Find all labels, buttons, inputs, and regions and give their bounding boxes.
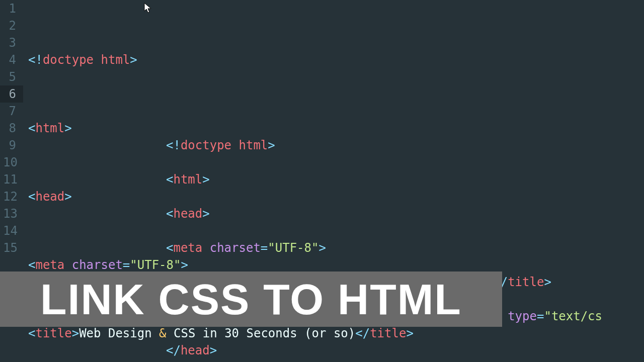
title-banner-text: LINK CSS TO HTML — [40, 291, 462, 308]
code-line-1[interactable]: <!doctype html> — [28, 51, 644, 68]
code-line-2[interactable]: <html> — [28, 120, 644, 137]
code-line-4[interactable]: <meta charset="UTF-8"> — [28, 256, 644, 274]
title-banner: LINK CSS TO HTML — [0, 272, 502, 327]
code-line-5[interactable]: <title>Web Design & CSS in 30 Seconds (o… — [28, 325, 644, 342]
code-line-3[interactable]: <head> — [28, 188, 644, 205]
